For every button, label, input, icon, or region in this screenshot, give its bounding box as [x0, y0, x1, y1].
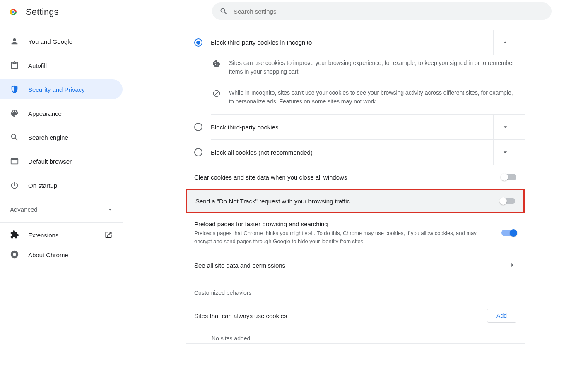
incognito-desc-2: While in Incognito, sites can't use your…: [186, 84, 525, 114]
sidebar-item-label: Extensions: [28, 232, 58, 239]
search-box[interactable]: [212, 2, 552, 20]
toggle-clear-on-close[interactable]: Clear cookies and site data when you clo…: [186, 165, 525, 189]
settings-panel: Block third-party cookies in Incognito S…: [186, 24, 525, 344]
toggle-switch[interactable]: [500, 198, 515, 204]
expand-button[interactable]: [493, 115, 516, 139]
radio-unselected-icon[interactable]: [194, 123, 202, 131]
sidebar-item-label: Appearance: [28, 110, 62, 117]
advanced-label: Advanced: [10, 206, 38, 213]
chevron-up-icon: [501, 38, 509, 47]
sidebar: You and Google Autofill Security and Pri…: [0, 24, 123, 344]
chevron-right-icon: [508, 261, 516, 269]
radio-unselected-icon[interactable]: [194, 148, 202, 156]
toggle-switch[interactable]: [501, 174, 516, 180]
toggle-label: Preload pages for faster browsing and se…: [194, 220, 493, 227]
option-label: Block third-party cookies in Incognito: [211, 39, 485, 46]
clipboard-icon: [10, 61, 19, 70]
sidebar-item-label: Default browser: [28, 158, 72, 165]
desc-text: Sites can use cookies to improve your br…: [229, 59, 516, 76]
search-input[interactable]: [234, 8, 544, 15]
sidebar-advanced-toggle[interactable]: Advanced: [0, 199, 123, 220]
desc-text: While in Incognito, sites can't use your…: [229, 89, 516, 106]
chrome-logo-icon: [8, 7, 18, 17]
cookie-option-incognito[interactable]: Block third-party cookies in Incognito: [186, 30, 525, 55]
toggle-label: Clear cookies and site data when you clo…: [194, 174, 493, 181]
svg-point-4: [13, 253, 16, 256]
incognito-desc-1: Sites can use cookies to improve your br…: [186, 55, 525, 84]
shield-icon: [10, 85, 19, 94]
block-icon: [211, 89, 222, 106]
toggle-label: Send a "Do Not Track" request with your …: [195, 198, 492, 205]
link-label: See all site data and permissions: [194, 262, 500, 269]
sidebar-item-label: Autofill: [28, 62, 47, 69]
main-content: Block third-party cookies in Incognito S…: [123, 24, 588, 344]
person-icon: [10, 37, 19, 46]
sidebar-item-autofill[interactable]: Autofill: [0, 55, 123, 75]
toggle-description: Preloads pages that Chrome thinks you mi…: [194, 229, 493, 245]
option-label: Block all cookies (not recommended): [211, 149, 485, 156]
chevron-down-icon: [501, 148, 509, 156]
magnify-icon: [10, 133, 19, 142]
app-header: Settings: [0, 0, 588, 24]
power-icon: [10, 181, 19, 190]
sidebar-item-search-engine[interactable]: Search engine: [0, 127, 123, 147]
expand-button[interactable]: [493, 140, 516, 165]
sidebar-item-default-browser[interactable]: Default browser: [0, 151, 123, 171]
collapse-button[interactable]: [493, 30, 516, 55]
customized-behaviors-heading: Customized behaviors: [186, 277, 525, 304]
open-in-new-icon: [104, 231, 113, 239]
sidebar-item-about-chrome[interactable]: About Chrome: [0, 245, 123, 265]
toggle-preload[interactable]: Preload pages for faster browsing and se…: [186, 213, 525, 253]
palette-icon: [10, 109, 19, 118]
divider: [0, 222, 123, 223]
page-title: Settings: [26, 7, 59, 17]
chrome-icon: [10, 250, 19, 260]
add-button[interactable]: Add: [487, 309, 516, 323]
link-see-all-site-data[interactable]: See all site data and permissions: [186, 253, 525, 277]
option-label: Block third-party cookies: [211, 124, 485, 131]
sidebar-item-label: Security and Privacy: [28, 86, 85, 93]
sidebar-item-label: About Chrome: [28, 251, 68, 259]
sidebar-item-you-and-google[interactable]: You and Google: [0, 31, 123, 51]
radio-selected-icon[interactable]: [194, 38, 202, 47]
sidebar-item-security-privacy[interactable]: Security and Privacy: [0, 79, 123, 99]
chevron-down-icon: [501, 123, 509, 131]
search-icon: [219, 7, 228, 15]
cookie-option-all[interactable]: Block all cookies (not recommended): [186, 140, 525, 165]
sidebar-item-extensions[interactable]: Extensions: [0, 225, 123, 245]
toggle-do-not-track[interactable]: Send a "Do Not Track" request with your …: [186, 189, 525, 213]
sidebar-item-on-startup[interactable]: On startup: [0, 175, 123, 195]
sidebar-item-label: Search engine: [28, 134, 68, 141]
cookie-option-third-party[interactable]: Block third-party cookies: [186, 115, 525, 139]
sites-label: Sites that can always use cookies: [194, 312, 479, 319]
sidebar-item-label: You and Google: [28, 38, 72, 45]
sidebar-item-label: On startup: [28, 182, 57, 189]
cookie-icon: [211, 59, 222, 76]
browser-icon: [10, 157, 19, 166]
sidebar-item-appearance[interactable]: Appearance: [0, 103, 123, 123]
toggle-switch[interactable]: [501, 230, 516, 236]
no-sites-text: No sites added: [186, 328, 525, 343]
caret-down-icon: [108, 207, 113, 212]
extension-icon: [10, 230, 19, 240]
sites-always-use-cookies: Sites that can always use cookies Add: [186, 304, 525, 328]
